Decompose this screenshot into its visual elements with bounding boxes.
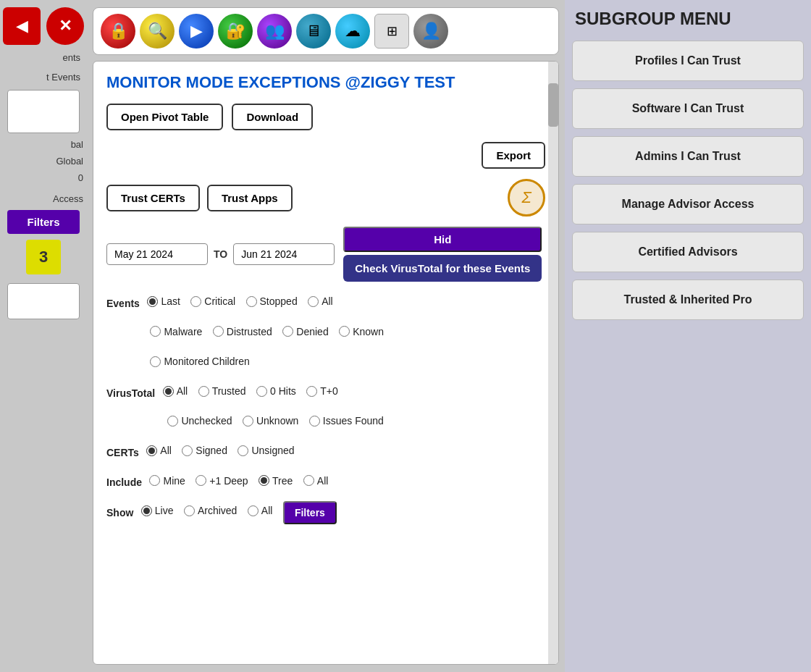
events-known-option[interactable]: Known	[339, 322, 384, 342]
events-monitored-radio[interactable]	[150, 356, 161, 367]
play-icon[interactable]: ▶	[179, 14, 214, 49]
vt-unknown-radio[interactable]	[243, 416, 253, 427]
include-all-radio[interactable]	[303, 475, 314, 486]
events-all-option[interactable]: All	[308, 292, 333, 311]
vt-0hits-radio[interactable]	[256, 386, 267, 397]
vt-0hits-option[interactable]: 0 Hits	[256, 382, 296, 401]
sidebar-access-label: Access	[4, 193, 83, 204]
events-all-radio[interactable]	[308, 296, 319, 307]
sidebar-label-global2: Global	[4, 156, 83, 167]
events-distrusted-option[interactable]: Distrusted	[213, 322, 272, 342]
vt-t0-option[interactable]: T+0	[306, 382, 338, 401]
group-icon[interactable]: 👥	[257, 14, 292, 49]
events-stopped-radio[interactable]	[246, 296, 257, 307]
events-last-option[interactable]: Last	[147, 292, 180, 311]
vt-all-option[interactable]: All	[163, 382, 188, 401]
filters-bottom-button[interactable]: Filters	[283, 501, 337, 524]
vt-unknown-option[interactable]: Unknown	[243, 411, 298, 431]
events-denied-option[interactable]: Denied	[282, 322, 328, 342]
virustotal-row2-section: Unchecked Unknown Issues Found	[106, 411, 545, 434]
export-button[interactable]: Export	[482, 142, 545, 169]
virustotal-section: VirusTotal All Trusted 0 Hits T+0	[106, 382, 545, 404]
show-label: Show	[106, 507, 133, 518]
certs-unsigned-option[interactable]: Unsigned	[238, 441, 294, 461]
vt-issues-option[interactable]: Issues Found	[309, 411, 384, 431]
include-mine-option[interactable]: Mine	[149, 471, 185, 491]
download-button[interactable]: Download	[232, 104, 313, 130]
show-live-option[interactable]: Live	[141, 501, 174, 521]
include-label: Include	[106, 476, 142, 488]
events-malware-option[interactable]: Malware	[150, 322, 202, 342]
include-1deep-option[interactable]: +1 Deep	[196, 471, 248, 491]
events-last-radio[interactable]	[147, 296, 158, 307]
date-from-input[interactable]	[106, 243, 208, 265]
certs-signed-radio[interactable]	[182, 445, 193, 456]
events-malware-radio[interactable]	[150, 326, 161, 337]
panel-title: MONITOR MODE EXCEPTIONS @ZIGGY TEST	[106, 73, 545, 92]
include-all-option[interactable]: All	[303, 471, 329, 491]
date-row: TO Hid Check VirusTotal for these Events	[106, 227, 545, 282]
monitor-symbol: 🖥	[306, 22, 322, 41]
certs-all-radio[interactable]	[146, 445, 157, 456]
virustotal-circle-button[interactable]: Σ	[508, 179, 545, 217]
show-live-radio[interactable]	[141, 505, 152, 516]
sidebar-input[interactable]	[7, 90, 80, 133]
sidebar-close-button[interactable]: ✕	[46, 7, 84, 45]
events-denied-radio[interactable]	[282, 326, 293, 337]
events-known-radio[interactable]	[339, 326, 350, 337]
person-icon[interactable]: 👤	[413, 14, 448, 49]
trust-apps-button[interactable]: Trust Apps	[207, 185, 293, 211]
subgroup-trusted-inherited-button[interactable]: Trusted & Inherited Pro	[572, 280, 804, 320]
grid-icon[interactable]: ⊞	[374, 14, 409, 49]
events-monitored-option[interactable]: Monitored Children	[150, 352, 249, 371]
scrollbar-thumb[interactable]	[548, 83, 558, 127]
vt-trusted-option[interactable]: Trusted	[198, 382, 246, 401]
search-symbol: 🔍	[148, 22, 167, 41]
hide-button[interactable]: Hid	[343, 227, 542, 252]
scrollbar-track[interactable]	[548, 62, 558, 664]
sidebar-text-ents: ents	[4, 51, 83, 64]
date-to-input[interactable]	[233, 243, 335, 265]
certs-unsigned-radio[interactable]	[238, 445, 248, 456]
sidebar-red-button[interactable]: ◀	[3, 7, 41, 45]
monitor-icon[interactable]: 🖥	[296, 14, 331, 49]
lock-icon[interactable]: 🔒	[101, 14, 135, 49]
shield-symbol: 🔐	[226, 22, 245, 41]
cloud-icon[interactable]: ☁	[335, 14, 370, 49]
include-tree-option[interactable]: Tree	[259, 471, 293, 491]
trust-certs-button[interactable]: Trust CERTs	[106, 185, 200, 211]
subgroup-certified-advisors-button[interactable]: Certified Advisors	[572, 232, 804, 272]
to-label: TO	[214, 248, 227, 260]
sidebar-filters-button[interactable]: Filters	[7, 210, 80, 234]
subgroup-profiles-button[interactable]: Profiles I Can Trust	[572, 41, 804, 81]
certs-signed-option[interactable]: Signed	[182, 441, 227, 461]
shield-icon[interactable]: 🔐	[218, 14, 253, 49]
subgroup-manage-advisor-button[interactable]: Manage Advisor Access	[572, 184, 804, 224]
show-all-radio[interactable]	[248, 505, 259, 516]
show-all-option[interactable]: All	[248, 501, 273, 521]
events-stopped-option[interactable]: Stopped	[246, 292, 298, 311]
include-mine-radio[interactable]	[149, 475, 160, 486]
subgroup-software-button[interactable]: Software I Can Trust	[572, 88, 804, 129]
sidebar-bottom-box	[7, 283, 80, 319]
lock-symbol: 🔒	[109, 22, 128, 41]
show-archived-radio[interactable]	[184, 505, 195, 516]
left-icon: ◀	[16, 17, 28, 35]
vt-trusted-radio[interactable]	[198, 386, 209, 397]
vt-all-radio[interactable]	[163, 386, 174, 397]
events-critical-option[interactable]: Critical	[190, 292, 235, 311]
events-distrusted-radio[interactable]	[213, 326, 224, 337]
vt-unchecked-radio[interactable]	[167, 416, 178, 427]
search-icon[interactable]: 🔍	[140, 14, 175, 49]
include-tree-radio[interactable]	[259, 475, 269, 486]
certs-all-option[interactable]: All	[146, 441, 172, 461]
sidebar-label-global: bal	[4, 139, 83, 150]
vt-unchecked-option[interactable]: Unchecked	[167, 411, 232, 431]
vt-issues-radio[interactable]	[309, 416, 320, 427]
events-critical-radio[interactable]	[190, 296, 201, 307]
include-1deep-radio[interactable]	[196, 475, 206, 486]
vt-t0-radio[interactable]	[306, 386, 317, 397]
subgroup-admins-button[interactable]: Admins I Can Trust	[572, 136, 804, 177]
open-pivot-table-button[interactable]: Open Pivot Table	[106, 104, 223, 130]
show-archived-option[interactable]: Archived	[184, 501, 237, 521]
